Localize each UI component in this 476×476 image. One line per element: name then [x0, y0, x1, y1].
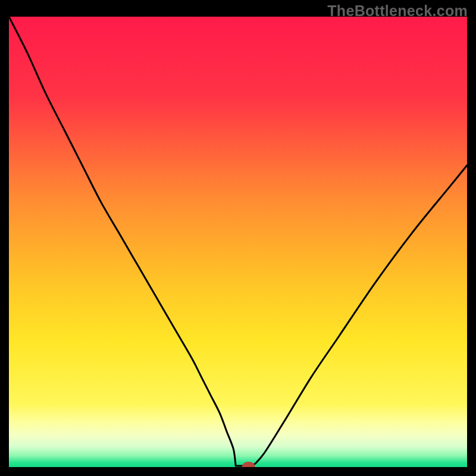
chart-frame: TheBottleneck.com	[0, 0, 476, 476]
gradient-background	[9, 17, 467, 467]
bottleneck-chart	[9, 17, 467, 467]
plot-area	[9, 17, 467, 467]
